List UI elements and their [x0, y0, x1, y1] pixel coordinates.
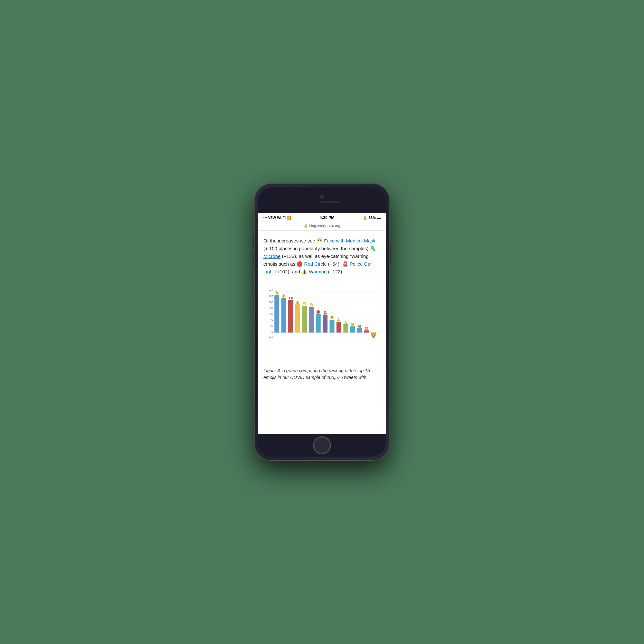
- front-camera: [320, 194, 324, 199]
- article-paragraph: Of the increases we see 😷 Face with Medi…: [263, 237, 381, 276]
- screen-content: ▪▪▪ VZW Wi-Fi 📶 4:30 PM 🔒 38% ▬ 🔒 blog.e…: [258, 213, 386, 434]
- phone-screen: ▪▪▪ VZW Wi-Fi 📶 4:30 PM 🔒 38% ▬ 🔒 blog.e…: [258, 187, 386, 457]
- svg-text:🔴: 🔴: [316, 310, 320, 314]
- battery-icon: ▬: [377, 216, 381, 220]
- earpiece-speaker: [320, 201, 340, 203]
- svg-text:40: 40: [270, 318, 273, 321]
- svg-rect-43: [364, 330, 369, 332]
- svg-text:80: 80: [270, 307, 273, 310]
- svg-text:🚨: 🚨: [323, 311, 327, 315]
- status-left: ▪▪▪ VZW Wi-Fi 📶: [263, 216, 291, 220]
- svg-rect-29: [316, 314, 321, 333]
- face-mask-link[interactable]: Face with Medical Mask: [324, 238, 375, 243]
- svg-text:120: 120: [269, 295, 273, 298]
- article-content[interactable]: Of the increases we see 😷 Face with Medi…: [258, 231, 386, 434]
- volume-down-button[interactable]: [253, 253, 254, 266]
- volume-up-button[interactable]: [253, 235, 254, 248]
- status-right: 🔒 38% ▬: [363, 216, 381, 220]
- svg-rect-25: [302, 306, 307, 333]
- svg-text:🇮🇹: 🇮🇹: [289, 296, 293, 300]
- signal-bars: ▪▪▪: [263, 216, 267, 220]
- status-time: 4:30 PM: [320, 215, 334, 220]
- svg-rect-17: [274, 295, 279, 333]
- bar-chart: 140 120 100 80 60 40 20 0 -20: [263, 285, 381, 358]
- svg-rect-39: [350, 326, 355, 332]
- microbe-link[interactable]: Microbe: [263, 253, 280, 259]
- svg-text:60: 60: [270, 312, 273, 316]
- chart-container: 140 120 100 80 60 40 20 0 -20: [263, 282, 381, 362]
- svg-text:😷: 😷: [302, 302, 307, 306]
- police-desc: (+102), and ⚠️: [274, 269, 309, 274]
- svg-text:-20: -20: [269, 336, 273, 339]
- lock-icon-small: 🔒: [304, 223, 308, 228]
- url-domain: blog.emojipedia.org: [309, 224, 340, 228]
- svg-text:🦠: 🦠: [275, 291, 279, 295]
- lock-icon: 🔒: [363, 216, 367, 220]
- red-circle-link[interactable]: Red Circle: [304, 261, 327, 267]
- svg-rect-37: [343, 324, 348, 333]
- svg-rect-19: [281, 298, 286, 333]
- top-bezel: [258, 187, 386, 213]
- svg-text:😷: 😷: [309, 303, 314, 307]
- home-button-area: [258, 434, 386, 457]
- warning-desc: (+122).: [327, 269, 344, 274]
- svg-text:⚠️: ⚠️: [282, 294, 286, 298]
- url-bar[interactable]: 🔒 blog.emojipedia.org: [258, 222, 386, 231]
- svg-rect-27: [309, 307, 314, 332]
- svg-text:🐝: 🐝: [351, 322, 355, 326]
- svg-text:😭: 😭: [365, 327, 369, 330]
- svg-rect-41: [357, 328, 362, 333]
- svg-rect-33: [330, 320, 335, 333]
- battery-percentage: 38%: [369, 216, 376, 220]
- home-button[interactable]: [314, 437, 330, 454]
- svg-text:100: 100: [269, 301, 273, 304]
- warning-link[interactable]: Warning: [309, 269, 327, 274]
- phone-device: ▪▪▪ VZW Wi-Fi 📶 4:30 PM 🔒 38% ▬ 🔒 blog.e…: [254, 184, 390, 460]
- carrier-name: VZW Wi-Fi: [268, 216, 286, 220]
- svg-text:20: 20: [270, 324, 273, 327]
- face-mask-desc: (+ 100 places in popularity between the …: [263, 246, 376, 251]
- svg-rect-31: [323, 315, 327, 333]
- svg-text:⚠️: ⚠️: [296, 300, 300, 304]
- svg-text:🙏: 🙏: [337, 318, 341, 322]
- intro-text: Of the increases we see 😷: [263, 238, 324, 243]
- wifi-icon: 📶: [287, 216, 291, 220]
- svg-text:0: 0: [271, 330, 273, 333]
- svg-text:😭: 😭: [358, 324, 362, 328]
- svg-text:🤔: 🤔: [330, 316, 334, 320]
- svg-text:😭: 😭: [372, 334, 376, 338]
- red-circle-desc: (+64), 🚨: [327, 261, 350, 267]
- figure-caption-text: Figure 3: a graph comparing the ranking …: [263, 368, 370, 380]
- url-text: 🔒 blog.emojipedia.org: [304, 223, 340, 228]
- svg-rect-35: [336, 322, 341, 332]
- figure-caption: Figure 3: a graph comparing the ranking …: [263, 367, 381, 381]
- svg-text:140: 140: [269, 289, 273, 292]
- svg-rect-23: [295, 304, 300, 333]
- power-button[interactable]: [390, 245, 391, 264]
- status-bar: ▪▪▪ VZW Wi-Fi 📶 4:30 PM 🔒 38% ▬: [258, 213, 386, 222]
- svg-rect-21: [288, 300, 293, 333]
- svg-text:🙏: 🙏: [344, 320, 348, 324]
